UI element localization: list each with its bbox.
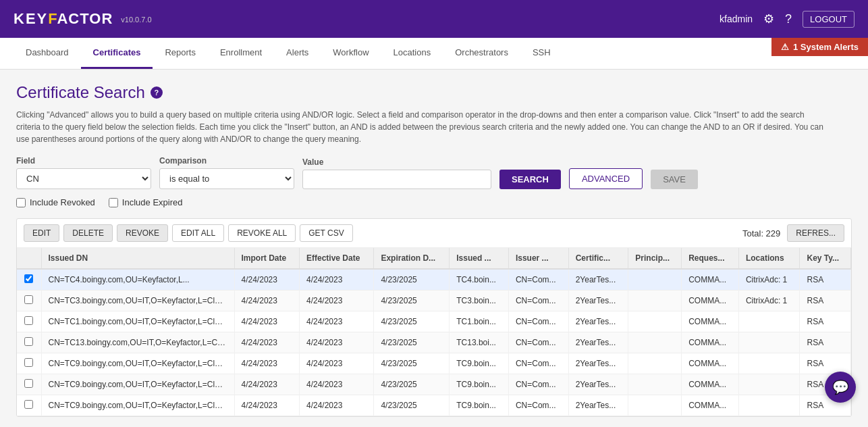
- comparison-group: Comparison is equal to contains starts w…: [159, 156, 294, 189]
- row-locations: [738, 311, 800, 332]
- system-alert-banner[interactable]: ⚠ 1 System Alerts: [771, 38, 868, 56]
- row-key-type: RSA: [800, 291, 851, 311]
- nav-item-workflow[interactable]: Workflow: [321, 38, 381, 69]
- comparison-label: Comparison: [159, 156, 294, 166]
- row-checkbox[interactable]: [17, 291, 41, 311]
- search-form: Field CN Subject Thumbprint Serial Numbe…: [16, 156, 852, 189]
- col-expiration-date[interactable]: Expiration D...: [374, 248, 450, 269]
- table-toolbar-left: EDIT DELETE REVOKE EDIT ALL REVOKE ALL G…: [24, 224, 353, 242]
- row-issued: TC3.boin...: [450, 291, 509, 311]
- col-locations[interactable]: Locations: [738, 248, 800, 269]
- delete-button[interactable]: DELETE: [63, 224, 113, 242]
- col-key-type[interactable]: Key Ty...: [800, 248, 851, 269]
- col-issuer[interactable]: Issuer ...: [508, 248, 568, 269]
- table-row[interactable]: CN=TC4.boingy.com,OU=Keyfactor,L...4/24/…: [17, 269, 851, 291]
- row-issuer: CN=Com...: [508, 291, 568, 311]
- include-expired-checkbox[interactable]: [109, 198, 118, 207]
- include-expired-label[interactable]: Include Expired: [109, 197, 183, 207]
- row-checkbox[interactable]: [17, 332, 41, 353]
- row-effective-date: 4/24/2023: [299, 332, 373, 353]
- row-certific: 2YearTes...: [568, 332, 628, 353]
- row-checkbox[interactable]: [17, 311, 41, 332]
- comparison-select[interactable]: is equal to contains starts with ends wi…: [159, 168, 294, 189]
- table-row[interactable]: CN=TC1.boingy.com,OU=IT,O=Keyfactor,L=Cl…: [17, 311, 851, 332]
- row-expiration-date: 4/23/2025: [374, 332, 450, 353]
- edit-button[interactable]: EDIT: [24, 224, 59, 242]
- row-checkbox[interactable]: [17, 374, 41, 395]
- value-input[interactable]: [302, 170, 491, 189]
- nav-item-ssh[interactable]: SSH: [520, 38, 563, 69]
- nav-item-dashboard[interactable]: Dashboard: [13, 38, 81, 69]
- table-row[interactable]: CN=TC9.boingy.com,OU=IT,O=Keyfactor,L=Cl…: [17, 353, 851, 374]
- alert-label: 1 System Alerts: [793, 42, 859, 52]
- nav-item-reports[interactable]: Reports: [153, 38, 208, 69]
- logout-button[interactable]: LOGOUT: [803, 11, 855, 28]
- search-button[interactable]: SEARCH: [499, 170, 561, 189]
- row-import-date: 4/24/2023: [234, 311, 299, 332]
- table-row[interactable]: CN=TC13.boingy.com,OU=IT,O=Keyfactor,L=C…: [17, 332, 851, 353]
- row-effective-date: 4/24/2023: [299, 269, 373, 291]
- revoke-all-button[interactable]: REVOKE ALL: [228, 224, 296, 242]
- row-issued: TC9.boin...: [450, 353, 509, 374]
- row-princip: [628, 332, 682, 353]
- row-issued-dn: CN=TC9.boingy.com,OU=IT,O=Keyfactor,L=Cl…: [41, 353, 234, 374]
- row-issuer: CN=Com...: [508, 311, 568, 332]
- row-checkbox[interactable]: [17, 395, 41, 416]
- row-issued-dn: CN=TC13.boingy.com,OU=IT,O=Keyfactor,L=C…: [41, 332, 234, 353]
- revoke-button[interactable]: REVOKE: [117, 224, 168, 242]
- save-button[interactable]: SAVE: [651, 170, 698, 189]
- page-title: Certificate Search: [16, 83, 145, 102]
- advanced-button[interactable]: ADVANCED: [569, 168, 643, 189]
- nav-item-orchestrators[interactable]: Orchestrators: [443, 38, 520, 69]
- col-princip[interactable]: Princip...: [628, 248, 682, 269]
- nav-item-locations[interactable]: Locations: [381, 38, 443, 69]
- col-reques[interactable]: Reques...: [682, 248, 739, 269]
- nav-item-alerts[interactable]: Alerts: [274, 38, 321, 69]
- row-checkbox[interactable]: [17, 269, 41, 291]
- col-issued-dn[interactable]: Issued DN: [41, 248, 234, 269]
- row-key-type: RSA: [800, 353, 851, 374]
- row-certific: 2YearTes...: [568, 395, 628, 416]
- row-expiration-date: 4/23/2025: [374, 291, 450, 311]
- chat-bubble[interactable]: 💬: [825, 372, 856, 403]
- col-certific[interactable]: Certific...: [568, 248, 628, 269]
- row-locations: [738, 395, 800, 416]
- edit-all-button[interactable]: EDIT ALL: [172, 224, 224, 242]
- row-issued: TC1.boin...: [450, 311, 509, 332]
- table-row[interactable]: CN=TC9.boingy.com,OU=IT,O=Keyfactor,L=Cl…: [17, 374, 851, 395]
- nav-item-certificates[interactable]: Certificates: [81, 38, 153, 69]
- table-row[interactable]: CN=TC9.boingy.com,OU=IT,O=Keyfactor,L=Cl…: [17, 395, 851, 416]
- field-group: Field CN Subject Thumbprint Serial Numbe…: [16, 156, 151, 189]
- nav-item-enrollment[interactable]: Enrollment: [208, 38, 274, 69]
- table-row[interactable]: CN=TC3.boingy.com,OU=IT,O=Keyfactor,L=Cl…: [17, 291, 851, 311]
- row-issued-dn: CN=TC9.boingy.com,OU=IT,O=Keyfactor,L=Cl…: [41, 374, 234, 395]
- certificates-table: Issued DN Import Date Effective Date Exp…: [17, 248, 851, 416]
- row-key-type: RSA: [800, 311, 851, 332]
- row-certific: 2YearTes...: [568, 291, 628, 311]
- value-label: Value: [302, 157, 491, 167]
- field-select[interactable]: CN Subject Thumbprint Serial Number: [16, 168, 151, 189]
- row-locations: [738, 374, 800, 395]
- row-checkbox[interactable]: [17, 353, 41, 374]
- row-issued-dn: CN=TC3.boingy.com,OU=IT,O=Keyfactor,L=Cl…: [41, 291, 234, 311]
- get-csv-button[interactable]: GET CSV: [300, 224, 352, 242]
- field-label: Field: [16, 156, 151, 166]
- page-help-icon[interactable]: ?: [151, 86, 163, 99]
- row-key-type: RSA: [800, 332, 851, 353]
- settings-icon[interactable]: ⚙: [763, 11, 774, 26]
- row-certific: 2YearTes...: [568, 374, 628, 395]
- include-revoked-checkbox[interactable]: [16, 198, 26, 207]
- include-revoked-label[interactable]: Include Revoked: [16, 197, 95, 207]
- row-reques: COMMA...: [682, 374, 739, 395]
- row-issuer: CN=Com...: [508, 395, 568, 416]
- help-icon[interactable]: ?: [785, 12, 792, 26]
- row-effective-date: 4/24/2023: [299, 374, 373, 395]
- refresh-button[interactable]: REFRES...: [787, 224, 844, 242]
- row-expiration-date: 4/23/2025: [374, 353, 450, 374]
- col-issued[interactable]: Issued ...: [450, 248, 509, 269]
- row-effective-date: 4/24/2023: [299, 353, 373, 374]
- col-effective-date[interactable]: Effective Date: [299, 248, 373, 269]
- row-expiration-date: 4/23/2025: [374, 269, 450, 291]
- col-import-date[interactable]: Import Date: [234, 248, 299, 269]
- row-key-type: RSA: [800, 269, 851, 291]
